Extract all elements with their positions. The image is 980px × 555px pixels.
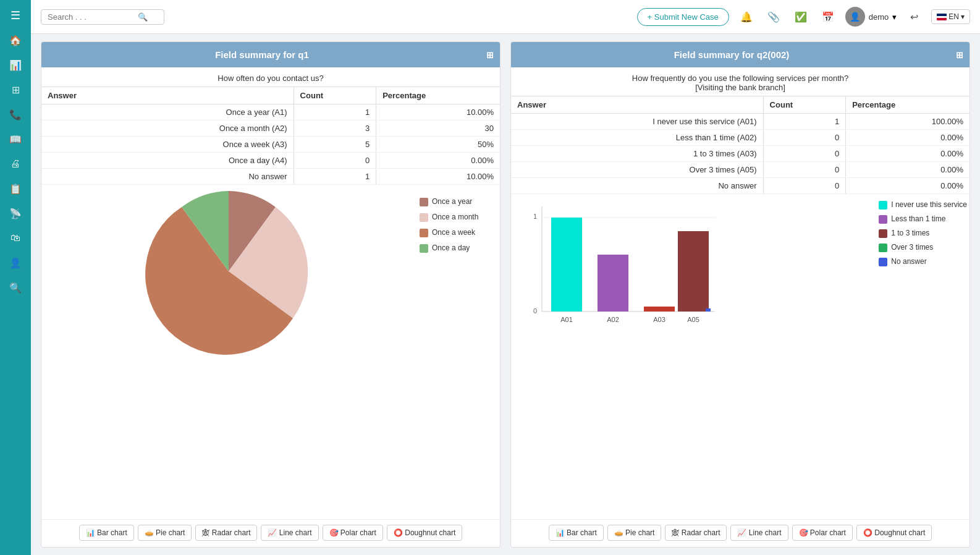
chart-type-button-line-chart[interactable]: 📈 Line chart [261, 525, 318, 541]
bar-A01 [551, 218, 582, 311]
search-input[interactable] [48, 12, 134, 22]
search-box[interactable]: 🔍 [41, 9, 164, 25]
card2-bar-chart: 1 0 A01 [517, 200, 727, 336]
legend-swatch [420, 229, 428, 237]
legend-swatch [879, 201, 887, 210]
pct-cell: 0.00% [846, 146, 969, 162]
chart-type-button-pie-chart[interactable]: 🥧 Pie chart [138, 525, 192, 541]
pct-cell: 0.00% [846, 162, 969, 178]
check-circle-icon[interactable]: ✅ [791, 7, 811, 27]
pct-cell: 0.00% [846, 130, 969, 146]
legend-swatch [420, 213, 428, 222]
flag-icon [937, 14, 947, 20]
print-icon[interactable]: 🖨 [5, 153, 26, 174]
card1-export-icon[interactable]: ⊞ [486, 50, 494, 60]
count-cell: 0 [763, 146, 846, 162]
count-cell: 1 [294, 169, 376, 185]
legend-item: Over 3 times [879, 243, 967, 252]
answer-cell: No answer [511, 178, 763, 194]
chart-type-button-bar-chart[interactable]: 📊 Bar chart [79, 525, 134, 541]
count-cell: 0 [763, 162, 846, 178]
answer-cell: Less than 1 time (A02) [511, 130, 763, 146]
legend-label: Once a day [432, 244, 470, 252]
svg-text:A03: A03 [653, 316, 665, 323]
chart-type-button-polar-chart[interactable]: 🎯 Polar chart [792, 525, 853, 541]
card2-col-pct: Percentage [846, 96, 969, 114]
card1-pie-chart [148, 191, 309, 352]
legend-item: No answer [879, 257, 967, 266]
main-area: 🔍 + Submit New Case 🔔 📎 ✅ 📅 👤 demo ▾ ↩ E… [31, 0, 980, 555]
card1-title: Field summary for q1 [215, 49, 309, 60]
card2-title: Field summary for q2(002) [674, 49, 790, 60]
bar-A02 [598, 255, 628, 311]
chart-type-button-doughnut-chart[interactable]: ⭕ Doughnut chart [387, 525, 462, 541]
legend-swatch [420, 198, 428, 206]
hamburger-menu-icon[interactable]: ☰ [5, 5, 26, 26]
phone-icon[interactable]: 📞 [5, 104, 26, 125]
user-icon[interactable]: 👤 [5, 252, 26, 273]
card1-col-answer: Answer [41, 87, 294, 104]
count-cell: 1 [763, 114, 846, 130]
chart-type-button-radar-chart[interactable]: 🕸 Radar chart [195, 525, 257, 541]
answer-cell: No answer [41, 169, 294, 185]
home-icon[interactable]: 🏠 [5, 30, 26, 51]
legend-label: No answer [891, 257, 926, 266]
legend-swatch [879, 244, 887, 252]
card2-subtitle: How frequently do you use the following … [511, 67, 969, 96]
chart-type-button-bar-chart[interactable]: 📊 Bar chart [549, 525, 604, 541]
avatar: 👤 [845, 7, 865, 27]
pct-cell: 0.00% [376, 153, 500, 169]
chart-type-button-doughnut-chart[interactable]: ⭕ Doughnut chart [856, 525, 932, 541]
answer-cell: Once a month (A2) [41, 121, 294, 137]
list-icon[interactable]: 📋 [5, 178, 26, 199]
card2-chart-buttons: 📊 Bar chart🥧 Pie chart🕸 Radar chart📈 Lin… [511, 519, 969, 547]
chart-type-button-polar-chart[interactable]: 🎯 Polar chart [323, 525, 383, 541]
card2-export-icon[interactable]: ⊞ [956, 50, 963, 60]
card2-subtitle-line2: [Visiting the bank branch] [518, 83, 962, 92]
answer-cell: Once a day (A4) [41, 153, 294, 169]
legend-label: Over 3 times [891, 243, 933, 252]
paperclip-icon[interactable]: 📎 [764, 7, 784, 27]
pct-cell: 0.00% [846, 178, 969, 194]
table-row: Over 3 times (A05) 0 0.00% [511, 162, 969, 178]
card1-table: Answer Count Percentage Once a year (A1)… [41, 87, 500, 185]
submit-new-case-button[interactable]: + Submit New Case [637, 8, 729, 26]
svg-text:1: 1 [533, 213, 537, 220]
card1-header: Field summary for q1 ⊞ [41, 42, 500, 67]
answer-cell: I never use this service (A01) [511, 114, 763, 130]
shop-icon[interactable]: 🛍 [5, 227, 26, 248]
chart-icon[interactable]: 📊 [5, 54, 26, 75]
legend-item: Less than 1 time [879, 214, 967, 224]
content-area: Field summary for q1 ⊞ How often do you … [31, 34, 980, 555]
search-sidebar-icon[interactable]: 🔍 [5, 277, 26, 298]
notifications-icon[interactable]: 🔔 [737, 7, 756, 27]
card2-col-count: Count [763, 96, 846, 114]
logout-icon[interactable]: ↩ [904, 7, 924, 27]
grid-icon[interactable]: ⊞ [5, 79, 26, 100]
book-icon[interactable]: 📖 [5, 129, 26, 150]
chart-type-button-line-chart[interactable]: 📈 Line chart [730, 525, 788, 541]
pct-cell: 10.00% [376, 169, 500, 185]
table-row: I never use this service (A01) 1 100.00% [511, 114, 969, 130]
pct-cell: 30 [376, 121, 500, 137]
user-area[interactable]: 👤 demo ▾ [845, 7, 897, 27]
legend-item: Once a month [420, 213, 494, 222]
language-selector[interactable]: EN ▾ [931, 9, 970, 24]
chart-type-button-pie-chart[interactable]: 🥧 Pie chart [607, 525, 662, 541]
legend-item: I never use this service [879, 200, 967, 210]
lang-dropdown-icon: ▾ [961, 12, 965, 21]
count-cell: 3 [294, 121, 376, 137]
chart-type-button-radar-chart[interactable]: 🕸 Radar chart [665, 525, 727, 541]
table-row: No answer 1 10.00% [41, 169, 500, 185]
legend-label: Less than 1 time [891, 214, 945, 223]
card1-pie-container [48, 191, 410, 352]
legend-swatch [420, 244, 428, 253]
legend-label: Once a year [432, 197, 472, 206]
legend-swatch [879, 258, 887, 266]
calendar-icon[interactable]: 📅 [818, 7, 838, 27]
count-cell: 5 [294, 137, 376, 153]
pct-cell: 10.00% [376, 104, 500, 121]
answer-cell: Once a week (A3) [41, 137, 294, 153]
feed-icon[interactable]: 📡 [5, 203, 26, 224]
table-row: Once a month (A2) 3 30 [41, 121, 500, 137]
